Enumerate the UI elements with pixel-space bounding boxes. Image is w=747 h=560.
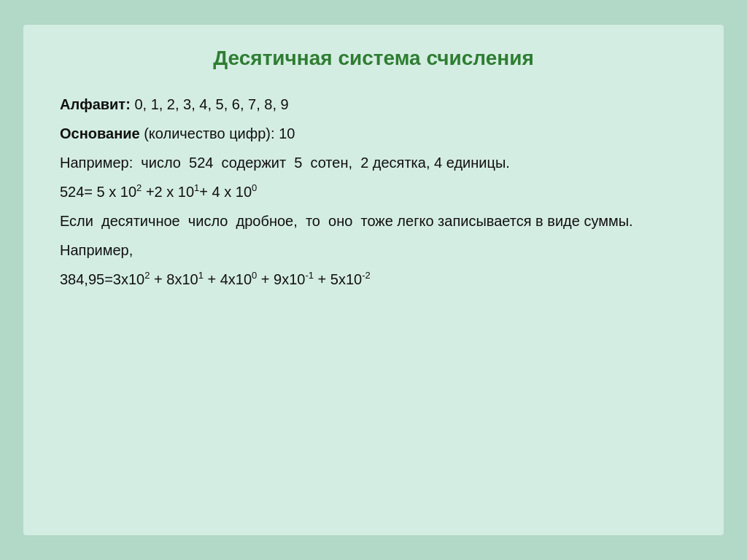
formula2-line: 384,95=3х102 + 8х101 + 4х100 + 9х10-1 + …	[60, 267, 687, 292]
example3-line: Например,	[60, 238, 687, 262]
example2-text: Если десятичное число дробное, то оно то…	[60, 213, 633, 229]
example2-line: Если десятичное число дробное, то оно то…	[60, 209, 687, 233]
base-label: Основание	[60, 125, 140, 141]
alphabet-label: Алфавит:	[60, 96, 131, 112]
formula1-text: 524= 5 х 102 +2 х 101+ 4 х 100	[60, 184, 257, 200]
formula1-line: 524= 5 х 102 +2 х 101+ 4 х 100	[60, 179, 687, 204]
base-line: Основание (количество цифр): 10	[60, 121, 687, 146]
alphabet-values: 0, 1, 2, 3, 4, 5, 6, 7, 8, 9	[134, 96, 288, 112]
formula2-text: 384,95=3х102 + 8х101 + 4х100 + 9х10-1 + …	[60, 271, 371, 287]
base-value: (количество цифр): 10	[144, 125, 295, 141]
content-area: Алфавит: 0, 1, 2, 3, 4, 5, 6, 7, 8, 9 Ос…	[60, 92, 687, 292]
slide-title: Десятичная система счисления	[60, 47, 687, 70]
slide-container: Десятичная система счисления Алфавит: 0,…	[23, 25, 724, 535]
example3-text: Например,	[60, 242, 133, 258]
alphabet-line: Алфавит: 0, 1, 2, 3, 4, 5, 6, 7, 8, 9	[60, 92, 687, 117]
example1-line: Например: число 524 содержит 5 сотен, 2 …	[60, 150, 687, 175]
example1-text: Например: число 524 содержит 5 сотен, 2 …	[60, 155, 510, 171]
